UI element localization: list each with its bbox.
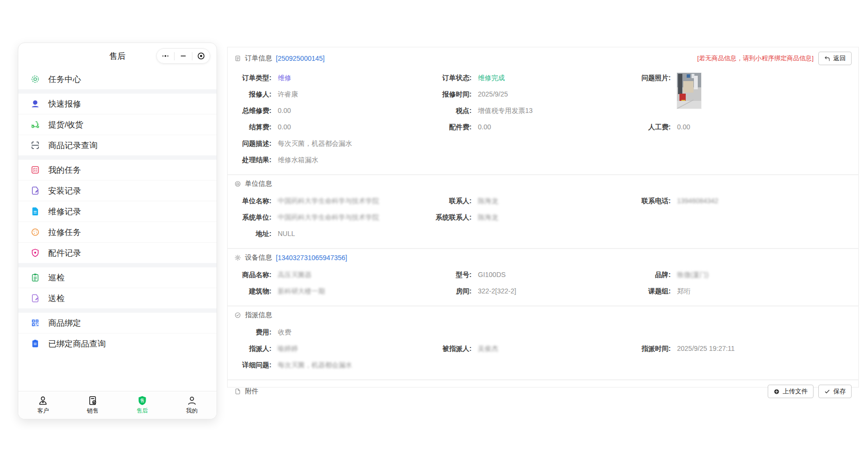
field: 系统联系人:陈海龙 (430, 213, 630, 222)
field-label: 房间: (430, 287, 472, 296)
checklist-icon (30, 165, 40, 175)
capsule-button-minimize-icon[interactable] (175, 49, 192, 63)
tab-me[interactable]: 我的 (167, 391, 217, 419)
field-value: 新科研大楼一期 (278, 287, 325, 296)
menu-item-pull-repair-tasks[interactable]: 拉修任务 (18, 222, 217, 242)
section-header: 附件上传文件保存 (228, 380, 858, 402)
menu-item-bound-product-query[interactable]: 已绑定商品查询 (18, 333, 217, 354)
attachments-empty-area (228, 402, 858, 421)
section-header: 订单信息[250925000145][若无商品信息，请到小程序绑定商品信息]返回 (228, 47, 858, 69)
menu-item-send-inspection[interactable]: 送检 (18, 288, 217, 308)
upload-file-button-label: 上传文件 (783, 387, 808, 396)
mini-program-header: 售后 (18, 43, 217, 69)
section-attachments: 附件上传文件保存 (228, 379, 858, 421)
detail-panel: 订单信息[250925000145][若无商品信息，请到小程序绑定商品信息]返回… (227, 47, 859, 388)
menu-item-task-center[interactable]: 任务中心 (18, 69, 217, 89)
field: 税点:增值税专用发票13 (430, 107, 630, 115)
menu-item-pickup-receive[interactable]: 提货/收货 (18, 114, 217, 135)
field-row: 结算费:0.00配件费:0.00人工费:0.00 (228, 119, 858, 136)
tab-label: 我的 (186, 407, 198, 415)
section-title: 附件 (245, 387, 258, 396)
desktop: 售后 任务中心快速报修提货/收货商品记录查询我的任务安装记录维修记录拉修任务配件… (0, 0, 868, 458)
field-value: 2025/9/25 (478, 90, 508, 99)
menu-item-product-binding[interactable]: 商品绑定 (18, 313, 217, 333)
menu-item-label: 维修记录 (48, 206, 81, 217)
field-label: 报修时间: (430, 90, 472, 99)
field-label: 被指派人: (430, 345, 472, 353)
menu-group: 快速报修提货/收货商品记录查询 (18, 89, 217, 155)
sales-icon (87, 395, 98, 406)
menu-group: 巡检送检 (18, 263, 217, 308)
header-actions: [若无商品信息，请到小程序绑定商品信息]返回 (697, 52, 852, 65)
field-value: 0.00 (278, 107, 291, 115)
mini-program-title: 售后 (109, 51, 126, 62)
upload-file-button[interactable]: 上传文件 (768, 385, 814, 398)
menu-group: 商品绑定已绑定商品查询 (18, 308, 217, 354)
save-button-label: 保存 (833, 387, 846, 396)
menu-group: 我的任务安装记录维修记录拉修任务配件记录 (18, 155, 217, 263)
field-label: 建筑物: (228, 287, 271, 296)
doc-icon (30, 207, 40, 216)
field: 房间:322-2[322-2] (430, 287, 630, 296)
menu-item-label: 拉修任务 (48, 227, 81, 238)
tab-sales[interactable]: 销售 (68, 391, 118, 419)
menu-item-repair-records[interactable]: 维修记录 (18, 201, 217, 222)
field-label: 系统联系人: (430, 213, 472, 222)
menu-item-label: 商品绑定 (48, 318, 81, 329)
field-label: 配件费: (430, 123, 472, 132)
target-icon (197, 52, 205, 60)
menu-item-label: 安装记录 (48, 185, 81, 196)
section-device-info: 设备信息[134032731065947356]商品名称:高压灭菌器型号:GI1… (228, 248, 858, 305)
field-value: 每次灭菌，机器都会漏水 (278, 139, 352, 148)
section-fields: 订单类型:维修订单状态:维修完成问题照片:报修人:许睿康报修时间:2025/9/… (228, 69, 858, 174)
field: 配件费:0.00 (430, 123, 630, 132)
field: 人工费:0.00 (630, 123, 858, 132)
field: 指派时间:2025/9/25 19:27:11 (630, 345, 858, 353)
check-icon (824, 389, 830, 395)
section-fields: 商品名称:高压灭菌器型号:GI100DS品牌:致微(厦门)建筑物:新科研大楼一期… (228, 266, 858, 305)
tab-aftersales[interactable]: 售售后 (118, 391, 167, 419)
section-order-info: 订单信息[250925000145][若无商品信息，请到小程序绑定商品信息]返回… (228, 47, 858, 174)
field-row: 商品名称:高压灭菌器型号:GI100DS品牌:致微(厦门) (228, 267, 858, 283)
doc-pen-icon (30, 186, 40, 195)
menu-item-inspection[interactable]: 巡检 (18, 267, 217, 288)
capsule-button-target-icon[interactable] (192, 49, 210, 63)
field-value: 维修水箱漏水 (278, 156, 318, 165)
menu-item-label: 配件记录 (48, 248, 81, 259)
tab-customer[interactable]: 客户 (18, 391, 68, 419)
field-label: 单位名称: (228, 197, 271, 206)
section-fields: 费用:收费指派人:喻婷婷被指派人:吴俊杰指派时间:2025/9/25 19:27… (228, 323, 858, 379)
palette-icon (30, 227, 40, 237)
menu-item-install-records[interactable]: 安装记录 (18, 180, 217, 201)
menu-item-parts-records[interactable]: 配件记录 (18, 242, 217, 263)
save-button[interactable]: 保存 (818, 385, 852, 398)
minimize-icon (179, 52, 188, 60)
field-value: 郑珩 (677, 287, 691, 296)
section-unit-info: 单位信息单位名称:中国药科大学生命科学与技术学院联系人:陈海龙联系电话:1394… (228, 174, 858, 248)
field: 联系电话:13946084342 (630, 197, 858, 206)
field-label: 报修人: (228, 90, 271, 99)
menu-item-quick-repair[interactable]: 快速报修 (18, 94, 217, 114)
menu-item-my-tasks[interactable]: 我的任务 (18, 160, 217, 180)
qr-icon (30, 318, 40, 328)
field-label: 问题描述: (228, 139, 271, 148)
field: 型号:GI100DS (430, 271, 630, 279)
field-label: 指派人: (228, 345, 271, 353)
tab-label: 销售 (87, 407, 98, 415)
problem-photo[interactable] (677, 74, 701, 82)
field-label: 费用: (228, 328, 271, 337)
menu-item-product-record-query[interactable]: 商品记录查询 (18, 135, 217, 155)
header-actions: 上传文件保存 (768, 385, 852, 398)
field-value: 增值税专用发票13 (478, 107, 533, 115)
section-fields: 单位名称:中国药科大学生命科学与技术学院联系人:陈海龙联系电话:13946084… (228, 192, 858, 248)
field: 问题描述:每次灭菌，机器都会漏水 (228, 139, 430, 148)
capsule-button-more-dots-icon[interactable] (157, 49, 174, 63)
field: 品牌:致微(厦门) (630, 271, 858, 279)
field-row: 指派人:喻婷婷被指派人:吴俊杰指派时间:2025/9/25 19:27:11 (228, 341, 858, 357)
field-value: NULL (278, 230, 295, 238)
back-button[interactable]: 返回 (818, 52, 852, 65)
field-label: 地址: (228, 230, 271, 238)
field-label: 商品名称: (228, 271, 271, 279)
more-dots-icon (161, 52, 170, 60)
plus-circle-icon (773, 389, 780, 395)
